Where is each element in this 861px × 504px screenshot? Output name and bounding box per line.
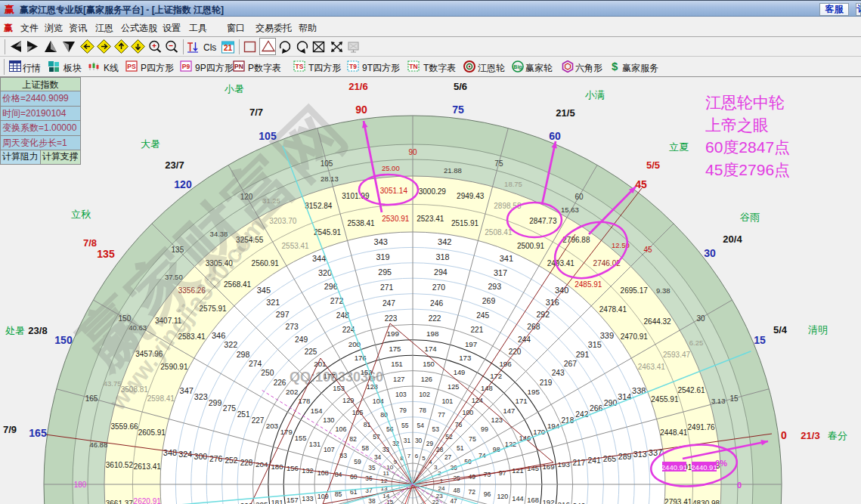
svg-text:318: 318 [436,252,450,261]
svg-text:45度2796点: 45度2796点 [705,161,790,178]
svg-text:125: 125 [448,383,459,391]
svg-text:58: 58 [362,444,370,452]
svg-text:TN: TN [409,63,417,70]
svg-text:173: 173 [459,354,471,362]
svg-text:175: 175 [389,345,401,353]
svg-text:165: 165 [85,394,98,403]
svg-text:105: 105 [259,130,277,142]
svg-text:203: 203 [266,422,279,430]
svg-text:立夏: 立夏 [669,141,689,153]
svg-text:154: 154 [311,407,323,415]
svg-text:5/4: 5/4 [773,324,788,335]
svg-text:157: 157 [286,496,299,504]
svg-text:3.13: 3.13 [711,397,726,405]
svg-text:54: 54 [417,422,425,429]
svg-text:PS: PS [127,63,136,70]
svg-text:129: 129 [342,397,354,404]
svg-text:290: 290 [604,398,618,407]
svg-text:谷雨: 谷雨 [740,212,760,223]
svg-text:3: 3 [434,464,438,471]
svg-text:343: 343 [374,237,388,246]
svg-text:53: 53 [432,425,439,433]
svg-text:181: 181 [271,498,283,504]
svg-text:4830.98: 4830.98 [692,499,720,504]
svg-text:216: 216 [558,500,571,504]
svg-text:2493.41: 2493.41 [547,259,575,267]
svg-text:7/7: 7/7 [249,107,263,118]
svg-text:120: 120 [174,178,192,190]
svg-text:227: 227 [252,416,265,425]
svg-text:101: 101 [441,397,453,405]
svg-text:2538.41: 2538.41 [348,219,376,227]
svg-text:2515.91: 2515.91 [451,219,479,227]
svg-text:15: 15 [729,394,739,403]
svg-text:197: 197 [465,340,477,348]
svg-text:6.25: 6.25 [689,339,704,347]
svg-text:小满: 小满 [584,89,605,100]
svg-text:267: 267 [564,360,578,368]
svg-text:2523.41: 2523.41 [417,215,444,223]
svg-text:75: 75 [452,104,464,116]
svg-text:2440.91: 2440.91 [661,463,687,472]
svg-text:268: 268 [527,323,540,331]
svg-text:314: 314 [618,392,631,401]
svg-text:226: 226 [274,379,286,387]
svg-text:291: 291 [576,350,590,359]
svg-text:155: 155 [295,434,307,442]
svg-text:298: 298 [237,350,250,359]
svg-text:193: 193 [558,460,571,468]
svg-text:147: 147 [503,407,516,415]
svg-text:106: 106 [336,425,347,433]
svg-text:316: 316 [546,298,559,307]
svg-text:82: 82 [349,435,357,443]
svg-text:221: 221 [471,326,484,334]
svg-text:T9: T9 [349,63,357,70]
svg-text:276: 276 [209,455,223,463]
svg-text:2793.41: 2793.41 [664,498,692,504]
svg-text:2620.91: 2620.91 [134,497,162,504]
svg-text:245: 245 [476,311,489,320]
svg-text:243: 243 [552,369,565,377]
svg-text:172: 172 [490,372,502,380]
svg-text:127: 127 [393,376,404,383]
svg-text:249: 249 [295,335,308,344]
svg-text:90: 90 [408,148,417,156]
svg-text:2448.41: 2448.41 [660,428,688,437]
svg-text:75: 75 [494,159,503,168]
svg-text:2455.91: 2455.91 [651,395,679,404]
svg-text:立秋: 立秋 [71,209,91,220]
svg-text:Big: Big [513,64,522,70]
svg-text:34: 34 [374,453,382,461]
svg-text:293: 293 [488,282,501,291]
svg-text:15.63: 15.63 [561,206,579,214]
svg-text:2553.41: 2553.41 [282,242,310,250]
svg-text:2796.88: 2796.88 [562,236,590,244]
svg-text:271: 271 [380,283,394,292]
svg-text:2491.76: 2491.76 [688,423,716,431]
svg-text:319: 319 [376,252,389,261]
svg-text:处暑: 处暑 [5,325,25,336]
svg-text:31: 31 [404,437,411,444]
svg-text:345: 345 [257,286,271,295]
svg-text:165: 165 [29,427,47,439]
svg-text:2500.91: 2500.91 [517,242,545,250]
svg-text:0%: 0% [715,459,727,468]
svg-text:21/6: 21/6 [348,81,367,92]
svg-text:150: 150 [423,360,435,368]
svg-text:79: 79 [399,407,407,414]
svg-text:346: 346 [212,331,225,340]
svg-text:2695.17: 2695.17 [621,286,649,295]
svg-text:9.38: 9.38 [656,286,671,295]
svg-text:7/8: 7/8 [83,237,97,249]
svg-text:48: 48 [453,487,460,494]
svg-text:0: 0 [737,481,742,490]
svg-text:20/4: 20/4 [723,233,742,245]
svg-text:0: 0 [781,429,787,441]
svg-text:171: 171 [516,397,528,405]
svg-text:21/3: 21/3 [801,430,819,441]
svg-text:3000.29: 3000.29 [419,187,447,196]
svg-text:3610.52: 3610.52 [106,461,134,469]
svg-text:2478.41: 2478.41 [599,305,627,314]
svg-text:2644.32: 2644.32 [644,317,672,326]
svg-text:2949.43: 2949.43 [457,192,485,200]
